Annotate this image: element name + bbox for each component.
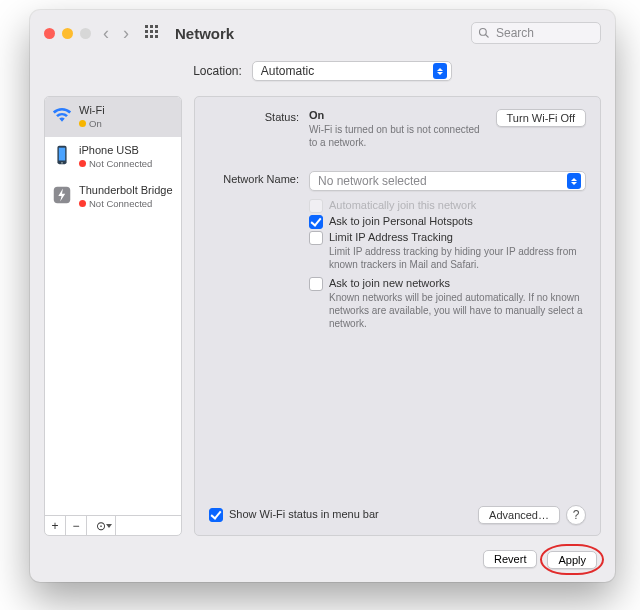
sidebar-footer-spacer xyxy=(116,516,181,535)
titlebar: ‹ › Network Search xyxy=(30,10,615,56)
window-controls xyxy=(44,28,91,39)
svg-point-9 xyxy=(480,29,487,36)
sidebar-item-iphone-usb[interactable]: iPhone USB Not Connected xyxy=(45,137,181,177)
search-input[interactable]: Search xyxy=(471,22,601,44)
svg-rect-6 xyxy=(145,35,148,38)
personal-hotspot-checkbox[interactable]: Ask to join Personal Hotspots xyxy=(309,215,586,229)
minimize-icon[interactable] xyxy=(62,28,73,39)
svg-rect-3 xyxy=(145,30,148,33)
advanced-button[interactable]: Advanced… xyxy=(478,506,560,524)
location-row: Location: Automatic xyxy=(30,56,615,86)
checkbox-icon xyxy=(309,199,323,213)
thunderbolt-icon xyxy=(51,184,73,206)
status-subtext: Wi-Fi is turned on but is not connected … xyxy=(309,123,488,149)
network-name-popup[interactable]: No network selected xyxy=(309,171,586,191)
gear-menu-button[interactable]: ⊙ xyxy=(87,516,116,535)
forward-button[interactable]: › xyxy=(121,23,131,44)
ask-new-networks-checkbox[interactable]: Ask to join new networks Known networks … xyxy=(309,277,586,334)
zoom-icon[interactable] xyxy=(80,28,91,39)
checkbox-icon xyxy=(309,277,323,291)
dialog-footer: Revert Apply xyxy=(30,536,615,582)
svg-point-13 xyxy=(61,162,63,164)
remove-service-button[interactable]: − xyxy=(66,516,87,535)
revert-button[interactable]: Revert xyxy=(483,550,537,568)
status-dot-icon xyxy=(79,200,86,207)
sidebar-item-label: Wi-Fi xyxy=(79,104,105,117)
checkbox-icon xyxy=(209,508,223,522)
svg-rect-8 xyxy=(155,35,158,38)
status-label: Status: xyxy=(209,109,299,153)
window-title: Network xyxy=(175,25,234,42)
sidebar-footer: + − ⊙ xyxy=(45,515,181,535)
svg-rect-1 xyxy=(150,25,153,28)
chevron-updown-icon xyxy=(567,173,581,189)
search-placeholder: Search xyxy=(496,26,534,40)
checkbox-icon xyxy=(309,231,323,245)
show-all-icon[interactable] xyxy=(145,25,161,41)
svg-rect-0 xyxy=(145,25,148,28)
show-menubar-checkbox[interactable]: Show Wi-Fi status in menu bar xyxy=(209,508,379,522)
turn-wifi-off-button[interactable]: Turn Wi-Fi Off xyxy=(496,109,586,127)
content: Wi-Fi On iPhone USB Not Connected xyxy=(30,86,615,536)
add-service-button[interactable]: + xyxy=(45,516,66,535)
apply-button[interactable]: Apply xyxy=(547,551,597,569)
service-sidebar: Wi-Fi On iPhone USB Not Connected xyxy=(44,96,182,536)
sidebar-item-label: Thunderbolt Bridge xyxy=(79,184,173,197)
sidebar-item-label: iPhone USB xyxy=(79,144,152,157)
wifi-icon xyxy=(51,104,73,126)
status-dot-icon xyxy=(79,160,86,167)
svg-line-10 xyxy=(486,35,489,38)
network-name-value: No network selected xyxy=(318,174,427,188)
checkbox-icon xyxy=(309,215,323,229)
help-button[interactable]: ? xyxy=(566,505,586,525)
svg-rect-12 xyxy=(59,148,65,161)
svg-rect-2 xyxy=(155,25,158,28)
location-popup[interactable]: Automatic xyxy=(252,61,452,81)
auto-join-checkbox: Automatically join this network xyxy=(309,199,586,213)
chevron-updown-icon xyxy=(433,63,447,79)
search-icon xyxy=(478,27,490,39)
iphone-icon xyxy=(51,144,73,166)
sidebar-item-wifi[interactable]: Wi-Fi On xyxy=(45,97,181,137)
svg-rect-5 xyxy=(155,30,158,33)
status-dot-icon xyxy=(79,120,86,127)
location-label: Location: xyxy=(193,64,242,78)
svg-rect-7 xyxy=(150,35,153,38)
close-icon[interactable] xyxy=(44,28,55,39)
detail-pane: Status: On Wi-Fi is turned on but is not… xyxy=(194,96,601,536)
svg-rect-4 xyxy=(150,30,153,33)
limit-ip-checkbox[interactable]: Limit IP Address Tracking Limit IP addre… xyxy=(309,231,586,275)
sidebar-item-thunderbolt[interactable]: Thunderbolt Bridge Not Connected xyxy=(45,177,181,217)
back-button[interactable]: ‹ xyxy=(101,23,111,44)
location-value: Automatic xyxy=(261,64,314,78)
preferences-window: ‹ › Network Search Location: Automatic xyxy=(30,10,615,582)
status-value: On xyxy=(309,109,324,121)
network-name-label: Network Name: xyxy=(209,171,299,191)
